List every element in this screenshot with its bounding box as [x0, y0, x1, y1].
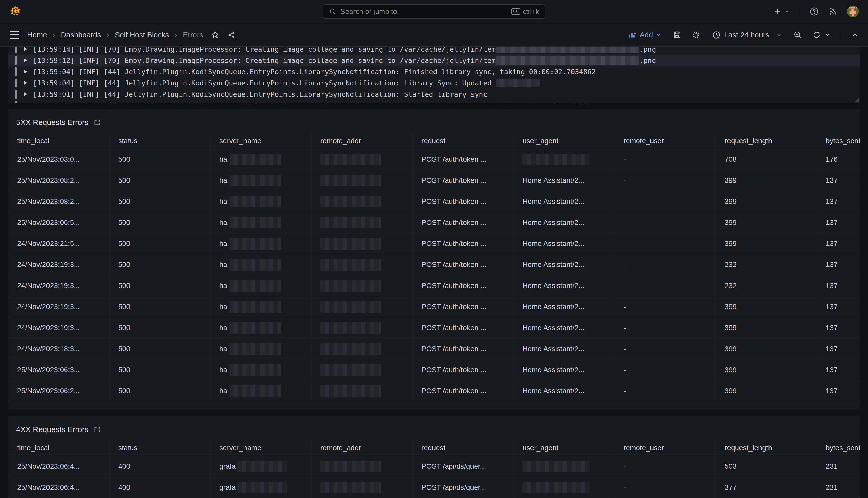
log-row[interactable]: [13:59:01] [INF] [44] Jellyfin.Plugin.Ko…	[9, 89, 859, 100]
cell-text: 25/Nov/2023:06:2...	[17, 387, 80, 395]
cell-bytes-sent: 137	[817, 359, 860, 380]
column-header-request-length[interactable]: request_length	[716, 133, 817, 149]
help-button[interactable]	[810, 7, 819, 16]
table-row[interactable]: 24/Nov/2023:19:3...500haPOST /auth/token…	[9, 275, 859, 296]
external-link-icon[interactable]	[94, 119, 101, 126]
column-header-remote-addr[interactable]: remote_addr	[312, 440, 413, 456]
table-row[interactable]: 25/Nov/2023:03:0...500haPOST /auth/token…	[9, 149, 859, 170]
column-header-bytes-sent[interactable]: bytes_sent	[817, 133, 860, 149]
column-header-time-local[interactable]: time_local	[9, 133, 110, 149]
column-header-remote-user[interactable]: remote_user	[615, 440, 716, 456]
table-row[interactable]: 24/Nov/2023:19:3...500haPOST /auth/token…	[9, 254, 859, 275]
column-header-bytes-sent[interactable]: bytes_sent	[817, 440, 860, 456]
table-row[interactable]: 25/Nov/2023:06:5...500haPOST /auth/token…	[9, 212, 859, 233]
panel-4xx-requests-errors[interactable]: 4XX Requests Errors time_localstatusserv…	[8, 416, 860, 498]
cell-text: -	[624, 261, 626, 269]
cell-text: -	[624, 155, 626, 163]
clock-icon	[712, 31, 720, 39]
column-header-time-local[interactable]: time_local	[9, 440, 110, 456]
table-row[interactable]: 25/Nov/2023:08:2...500haPOST /auth/token…	[9, 170, 859, 191]
collapse-toolbar-button[interactable]	[851, 31, 859, 39]
table-row[interactable]: 25/Nov/2023:08:2...500haPOST /auth/token…	[9, 191, 859, 212]
menu-button[interactable]	[9, 29, 21, 40]
redacted-blur	[320, 238, 381, 250]
search-input[interactable]: Search or jump to... ctrl+k	[323, 4, 545, 19]
search-placeholder: Search or jump to...	[340, 8, 512, 16]
breadcrumb-item-home[interactable]: Home	[27, 31, 47, 39]
column-header-remote-addr[interactable]: remote_addr	[312, 133, 413, 149]
column-header-server-name[interactable]: server_name	[211, 440, 312, 456]
add-panel-icon	[628, 31, 637, 39]
cell-status: 500	[110, 254, 211, 275]
cell-status: 500	[110, 317, 211, 338]
grafana-logo-icon[interactable]	[9, 5, 22, 18]
cell-text: POST /auth/token ...	[421, 197, 486, 206]
table-row[interactable]: 25/Nov/2023:06:3...500haPOST /auth/token…	[9, 359, 859, 380]
dashboard-settings-button[interactable]	[692, 30, 701, 39]
column-header-user-agent[interactable]: user_agent	[514, 133, 615, 149]
redacted-blur	[320, 460, 381, 472]
news-button[interactable]	[828, 7, 837, 16]
cell-user-agent: Home Assistant/2...	[514, 212, 615, 233]
redacted-blur	[229, 343, 281, 355]
column-header-status[interactable]: status	[110, 133, 211, 149]
cell-text: 137	[826, 219, 838, 227]
panel-header[interactable]: 5XX Requests Errors	[9, 109, 859, 128]
column-header-request[interactable]: request	[413, 440, 514, 456]
table-header-row: time_localstatusserver_nameremote_addrre…	[9, 440, 859, 456]
log-row[interactable]: [13:59:14] [INF] [70] Emby.Drawing.Image…	[9, 47, 859, 55]
time-range-picker[interactable]: Last 24 hours	[711, 30, 783, 40]
table-row[interactable]: 24/Nov/2023:19:3...500haPOST /auth/token…	[9, 317, 859, 338]
redacted-blur	[320, 343, 381, 355]
breadcrumb-item-dashboards[interactable]: Dashboards	[61, 31, 101, 39]
log-row[interactable]: [13:59:00] [INF] [44] Jellyfin.Plugin.TM…	[9, 100, 859, 103]
errors-table: time_localstatusserver_nameremote_addrre…	[9, 440, 859, 498]
avatar[interactable]	[847, 6, 859, 17]
expand-caret-icon[interactable]	[24, 69, 27, 74]
breadcrumb-item-self-host-blocks[interactable]: Self Host Blocks	[115, 31, 169, 39]
table-row[interactable]: 24/Nov/2023:21:5...500haPOST /auth/token…	[9, 233, 859, 254]
share-button[interactable]	[227, 31, 235, 39]
chevron-down-icon	[776, 32, 782, 38]
table-row[interactable]: 24/Nov/2023:19:3...500haPOST /auth/token…	[9, 296, 859, 317]
table-row[interactable]: 25/Nov/2023:06:2...500haPOST /auth/token…	[9, 380, 859, 402]
cell-request: POST /auth/token ...	[413, 296, 514, 317]
column-header-status[interactable]: status	[110, 440, 211, 456]
new-button[interactable]	[774, 8, 790, 15]
column-header-remote-user[interactable]: remote_user	[615, 133, 716, 149]
panel-header[interactable]: 4XX Requests Errors	[9, 416, 859, 435]
save-dashboard-button[interactable]	[673, 30, 681, 39]
column-header-server-name[interactable]: server_name	[211, 133, 312, 149]
cell-status: 500	[110, 296, 211, 317]
table-row[interactable]: 24/Nov/2023:18:3...500haPOST /auth/token…	[9, 338, 859, 359]
cell-remote-addr	[312, 456, 413, 477]
expand-caret-icon[interactable]	[24, 47, 27, 51]
cell-text: Home Assistant/2...	[523, 281, 584, 290]
expand-caret-icon[interactable]	[24, 92, 27, 96]
redacted-blur	[496, 79, 540, 87]
refresh-interval-button[interactable]	[825, 32, 830, 38]
favorite-button[interactable]	[211, 30, 220, 39]
refresh-button[interactable]	[812, 30, 821, 39]
cell-text: 24/Nov/2023:19:3...	[17, 261, 80, 269]
external-link-icon[interactable]	[94, 426, 101, 433]
logs-panel[interactable]: [13:59:14] [INF] [70] Emby.Drawing.Image…	[8, 47, 860, 103]
expand-caret-icon[interactable]	[24, 81, 27, 85]
cell-request-length: 399	[716, 317, 817, 338]
column-header-request[interactable]: request	[413, 133, 514, 149]
cell-bytes-sent: 176	[817, 149, 860, 170]
log-row[interactable]: [13:59:04] [INF] [44] Jellyfin.Plugin.Ko…	[9, 77, 859, 89]
panel-5xx-requests-errors[interactable]: 5XX Requests Errors time_localstatusserv…	[8, 109, 860, 410]
column-header-request-length[interactable]: request_length	[716, 440, 817, 456]
column-header-user-agent[interactable]: user_agent	[514, 440, 615, 456]
add-button[interactable]: Add	[627, 30, 663, 40]
log-row[interactable]: [13:59:04] [INF] [44] Jellyfin.Plugin.Ko…	[9, 66, 859, 77]
cell-text: 500	[118, 303, 130, 311]
cell-request-length: 399	[716, 212, 817, 233]
zoom-out-button[interactable]	[794, 30, 802, 39]
table-row[interactable]: 25/Nov/2023:06:4...400grafaPOST /api/ds/…	[9, 477, 859, 498]
log-row[interactable]: [13:59:12] [INF] [70] Emby.Drawing.Image…	[9, 55, 859, 66]
cell-status: 400	[110, 477, 211, 498]
table-row[interactable]: 25/Nov/2023:06:4...400grafaPOST /api/ds/…	[9, 456, 859, 477]
expand-caret-icon[interactable]	[24, 58, 27, 62]
